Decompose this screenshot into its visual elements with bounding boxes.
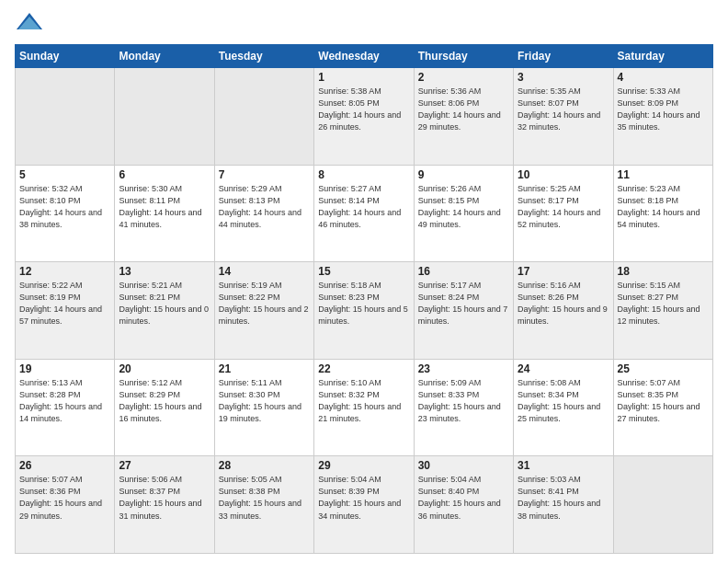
day-number: 26	[19, 459, 110, 472]
day-number: 1	[318, 71, 409, 84]
calendar-cell: 20Sunrise: 5:12 AMSunset: 8:29 PMDayligh…	[115, 359, 214, 456]
day-info: Sunrise: 5:09 AMSunset: 8:33 PMDaylight:…	[418, 377, 509, 425]
day-info: Sunrise: 5:15 AMSunset: 8:27 PMDaylight:…	[618, 280, 709, 327]
calendar-cell	[115, 68, 214, 166]
day-info: Sunrise: 5:16 AMSunset: 8:26 PMDaylight:…	[518, 280, 609, 327]
calendar-cell: 31Sunrise: 5:03 AMSunset: 8:41 PMDayligh…	[514, 456, 613, 554]
day-number: 6	[119, 168, 210, 181]
calendar-cell: 3Sunrise: 5:35 AMSunset: 8:07 PMDaylight…	[514, 68, 613, 166]
day-info: Sunrise: 5:19 AMSunset: 8:22 PMDaylight:…	[219, 280, 310, 327]
day-number: 7	[219, 168, 310, 181]
day-info: Sunrise: 5:07 AMSunset: 8:36 PMDaylight:…	[19, 474, 110, 522]
day-info: Sunrise: 5:23 AMSunset: 8:18 PMDaylight:…	[618, 183, 709, 231]
day-number: 22	[318, 362, 409, 375]
day-number: 20	[119, 362, 210, 375]
calendar-cell: 16Sunrise: 5:17 AMSunset: 8:24 PMDayligh…	[414, 262, 513, 360]
day-info: Sunrise: 5:08 AMSunset: 8:34 PMDaylight:…	[518, 377, 609, 425]
calendar-cell	[613, 456, 712, 554]
day-info: Sunrise: 5:06 AMSunset: 8:37 PMDaylight:…	[119, 474, 210, 522]
calendar-cell: 19Sunrise: 5:13 AMSunset: 8:28 PMDayligh…	[16, 359, 115, 456]
day-info: Sunrise: 5:29 AMSunset: 8:13 PMDaylight:…	[219, 183, 310, 231]
day-number: 13	[119, 265, 210, 278]
calendar-cell: 18Sunrise: 5:15 AMSunset: 8:27 PMDayligh…	[613, 262, 712, 360]
day-number: 24	[518, 362, 609, 375]
calendar-cell	[214, 68, 313, 166]
calendar-cell: 12Sunrise: 5:22 AMSunset: 8:19 PMDayligh…	[16, 262, 115, 360]
calendar-cell: 13Sunrise: 5:21 AMSunset: 8:21 PMDayligh…	[115, 262, 214, 360]
day-number: 3	[518, 71, 609, 84]
calendar-cell: 28Sunrise: 5:05 AMSunset: 8:38 PMDayligh…	[214, 456, 313, 554]
day-info: Sunrise: 5:38 AMSunset: 8:05 PMDaylight:…	[318, 86, 409, 133]
day-number: 15	[318, 265, 409, 278]
day-number: 28	[219, 459, 310, 472]
day-number: 19	[19, 362, 110, 375]
day-number: 4	[618, 71, 709, 84]
day-number: 23	[418, 362, 509, 375]
calendar-cell: 9Sunrise: 5:26 AMSunset: 8:15 PMDaylight…	[414, 165, 513, 262]
day-number: 9	[418, 168, 509, 181]
calendar-cell: 23Sunrise: 5:09 AMSunset: 8:33 PMDayligh…	[414, 359, 513, 456]
day-info: Sunrise: 5:11 AMSunset: 8:30 PMDaylight:…	[219, 377, 310, 425]
weekday-wednesday: Wednesday	[314, 45, 414, 68]
day-number: 5	[19, 168, 110, 181]
calendar-cell: 8Sunrise: 5:27 AMSunset: 8:14 PMDaylight…	[314, 165, 414, 262]
logo-icon	[15, 11, 44, 37]
day-info: Sunrise: 5:12 AMSunset: 8:29 PMDaylight:…	[119, 377, 210, 425]
calendar-cell: 7Sunrise: 5:29 AMSunset: 8:13 PMDaylight…	[214, 165, 313, 262]
day-info: Sunrise: 5:13 AMSunset: 8:28 PMDaylight:…	[19, 377, 110, 425]
day-info: Sunrise: 5:05 AMSunset: 8:38 PMDaylight:…	[219, 474, 310, 522]
day-number: 16	[418, 265, 509, 278]
day-info: Sunrise: 5:30 AMSunset: 8:11 PMDaylight:…	[119, 183, 210, 231]
weekday-friday: Friday	[514, 45, 613, 68]
day-number: 2	[418, 71, 509, 84]
calendar-cell: 14Sunrise: 5:19 AMSunset: 8:22 PMDayligh…	[214, 262, 313, 360]
page: SundayMondayTuesdayWednesdayThursdayFrid…	[0, 0, 728, 563]
day-number: 17	[518, 265, 609, 278]
day-info: Sunrise: 5:10 AMSunset: 8:32 PMDaylight:…	[318, 377, 409, 425]
day-number: 29	[318, 459, 409, 472]
day-number: 25	[618, 362, 709, 375]
calendar-cell: 11Sunrise: 5:23 AMSunset: 8:18 PMDayligh…	[613, 165, 712, 262]
weekday-tuesday: Tuesday	[214, 45, 313, 68]
day-info: Sunrise: 5:17 AMSunset: 8:24 PMDaylight:…	[418, 280, 509, 327]
calendar-cell: 17Sunrise: 5:16 AMSunset: 8:26 PMDayligh…	[514, 262, 613, 360]
calendar-cell: 1Sunrise: 5:38 AMSunset: 8:05 PMDaylight…	[314, 68, 414, 166]
calendar-cell: 6Sunrise: 5:30 AMSunset: 8:11 PMDaylight…	[115, 165, 214, 262]
calendar-cell: 24Sunrise: 5:08 AMSunset: 8:34 PMDayligh…	[514, 359, 613, 456]
calendar-week-3: 12Sunrise: 5:22 AMSunset: 8:19 PMDayligh…	[16, 262, 713, 360]
day-info: Sunrise: 5:26 AMSunset: 8:15 PMDaylight:…	[418, 183, 509, 231]
calendar-cell: 27Sunrise: 5:06 AMSunset: 8:37 PMDayligh…	[115, 456, 214, 554]
calendar-cell: 30Sunrise: 5:04 AMSunset: 8:40 PMDayligh…	[414, 456, 513, 554]
day-info: Sunrise: 5:36 AMSunset: 8:06 PMDaylight:…	[418, 86, 509, 133]
weekday-saturday: Saturday	[613, 45, 712, 68]
calendar-cell	[16, 68, 115, 166]
day-number: 14	[219, 265, 310, 278]
day-info: Sunrise: 5:33 AMSunset: 8:09 PMDaylight:…	[618, 86, 709, 133]
calendar-cell: 26Sunrise: 5:07 AMSunset: 8:36 PMDayligh…	[16, 456, 115, 554]
calendar-cell: 21Sunrise: 5:11 AMSunset: 8:30 PMDayligh…	[214, 359, 313, 456]
calendar-cell: 2Sunrise: 5:36 AMSunset: 8:06 PMDaylight…	[414, 68, 513, 166]
day-number: 8	[318, 168, 409, 181]
day-info: Sunrise: 5:21 AMSunset: 8:21 PMDaylight:…	[119, 280, 210, 327]
day-info: Sunrise: 5:18 AMSunset: 8:23 PMDaylight:…	[318, 280, 409, 327]
weekday-thursday: Thursday	[414, 45, 513, 68]
day-number: 31	[518, 459, 609, 472]
day-number: 11	[618, 168, 709, 181]
calendar-week-4: 19Sunrise: 5:13 AMSunset: 8:28 PMDayligh…	[16, 359, 713, 456]
day-info: Sunrise: 5:35 AMSunset: 8:07 PMDaylight:…	[518, 86, 609, 133]
day-info: Sunrise: 5:22 AMSunset: 8:19 PMDaylight:…	[19, 280, 110, 327]
day-number: 27	[119, 459, 210, 472]
day-info: Sunrise: 5:25 AMSunset: 8:17 PMDaylight:…	[518, 183, 609, 231]
weekday-sunday: Sunday	[16, 45, 115, 68]
day-number: 10	[518, 168, 609, 181]
calendar-cell: 29Sunrise: 5:04 AMSunset: 8:39 PMDayligh…	[314, 456, 414, 554]
weekday-header-row: SundayMondayTuesdayWednesdayThursdayFrid…	[16, 45, 713, 68]
day-number: 30	[418, 459, 509, 472]
weekday-monday: Monday	[115, 45, 214, 68]
calendar-cell: 15Sunrise: 5:18 AMSunset: 8:23 PMDayligh…	[314, 262, 414, 360]
calendar-cell: 5Sunrise: 5:32 AMSunset: 8:10 PMDaylight…	[16, 165, 115, 262]
calendar-cell: 10Sunrise: 5:25 AMSunset: 8:17 PMDayligh…	[514, 165, 613, 262]
logo	[15, 11, 46, 37]
calendar-week-2: 5Sunrise: 5:32 AMSunset: 8:10 PMDaylight…	[16, 165, 713, 262]
day-info: Sunrise: 5:07 AMSunset: 8:35 PMDaylight:…	[618, 377, 709, 425]
